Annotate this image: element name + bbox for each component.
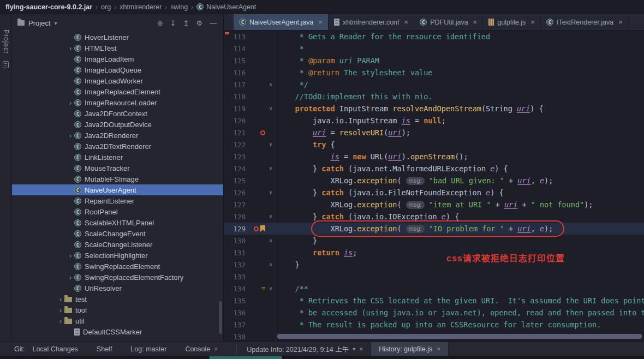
- line-number[interactable]: 131: [224, 249, 246, 257]
- code-line-116[interactable]: 116 * @return The stylesheet value: [224, 67, 644, 79]
- editor-tab-gulpfile-js[interactable]: gulpfile.js×: [483, 14, 541, 30]
- tree-item-repaintlistener[interactable]: CRepaintListener: [12, 195, 223, 206]
- gutter[interactable]: 131: [224, 247, 276, 259]
- code-line-128[interactable]: 128∨ } catch (java.io.IOException e) {: [224, 211, 644, 223]
- code-line-134[interactable]: 134≡∨ /**: [224, 283, 644, 295]
- fold-marker-icon[interactable]: ∨: [266, 142, 275, 147]
- code-line-115[interactable]: 115 * @param uri PARAM: [224, 55, 644, 67]
- code-line-130[interactable]: 130∧ }: [224, 235, 644, 247]
- code-text[interactable]: } catch (java.io.IOException e) {: [277, 211, 459, 223]
- tree-item-test[interactable]: ›test: [12, 294, 223, 304]
- code-text[interactable]: }: [277, 235, 317, 247]
- tree-item-java2dtextrenderer[interactable]: CJava2DTextRenderer: [12, 141, 223, 152]
- line-number[interactable]: 128: [224, 213, 246, 221]
- gutter[interactable]: 137: [224, 319, 276, 331]
- breakpoint-ring-icon[interactable]: [254, 226, 259, 231]
- fold-marker-icon[interactable]: ∧: [266, 82, 275, 87]
- fold-marker-icon[interactable]: ∨: [266, 166, 275, 171]
- line-number[interactable]: 129: [224, 225, 246, 233]
- code-line-133[interactable]: 133: [224, 271, 644, 283]
- code-line-118[interactable]: 118 //TOdO:implement this with nio.: [224, 91, 644, 103]
- code-text[interactable]: * @return The stylesheet value: [277, 67, 433, 79]
- tree-item-uriresolver[interactable]: CUriResolver: [12, 283, 223, 294]
- code-line-132[interactable]: 132∧ }: [224, 259, 644, 271]
- code-line-121[interactable]: 121 uri = resolveURI(uri);: [224, 127, 644, 139]
- line-number[interactable]: 136: [224, 309, 246, 317]
- gutter[interactable]: 138: [224, 331, 276, 342]
- tree-item-java2doutputdevice[interactable]: CJava2DOutputDevice: [12, 119, 223, 130]
- fold-marker-icon[interactable]: ∧: [266, 238, 275, 243]
- close-icon[interactable]: ×: [318, 18, 323, 26]
- line-number[interactable]: 118: [224, 93, 246, 101]
- line-number[interactable]: 117: [224, 81, 246, 89]
- close-icon[interactable]: ×: [473, 18, 478, 26]
- line-number[interactable]: 124: [224, 165, 246, 173]
- expand-arrow-icon[interactable]: ›: [67, 99, 74, 106]
- gutter[interactable]: 134≡∨: [224, 283, 276, 295]
- tree-item-rootpanel[interactable]: CRootPanel: [12, 206, 223, 217]
- gutter[interactable]: 133: [224, 271, 276, 283]
- code-line-136[interactable]: 136 * be accessed (using java.io or java…: [224, 307, 644, 319]
- breadcrumb-item-naiveuseragent[interactable]: CNaiveUserAgent: [196, 3, 256, 11]
- gutter[interactable]: 119∨: [224, 103, 276, 115]
- bookmark-icon[interactable]: [260, 225, 265, 232]
- code-text[interactable]: * Gets a Reader for the resource identif…: [277, 31, 490, 43]
- code-line-119[interactable]: 119∨ protected InputStream resolveAndOpe…: [224, 103, 644, 115]
- chevron-down-icon[interactable]: ▾: [54, 20, 57, 26]
- tree-item-swingreplacedelementfactory[interactable]: ›CSwingReplacedElementFactory: [12, 272, 223, 283]
- line-number[interactable]: 115: [224, 57, 246, 65]
- code-text[interactable]: /**: [277, 283, 308, 295]
- tool-stripe-icon[interactable]: [3, 61, 9, 68]
- breakpoint-ring-icon[interactable]: [260, 130, 265, 135]
- code-text[interactable]: uri = resolveURI(uri);: [277, 127, 410, 139]
- gutter[interactable]: 120: [224, 115, 276, 127]
- code-text[interactable]: * The result is packed up into an CSSRes…: [277, 319, 601, 331]
- tab-log-master[interactable]: Log: master: [130, 345, 166, 353]
- gutter[interactable]: 116: [224, 67, 276, 79]
- code-line-129[interactable]: 129 XRLog.exception( msg: "IO problem fo…: [224, 223, 644, 235]
- code-line-124[interactable]: 124∨ } catch (java.net.MalformedURLExcep…: [224, 163, 644, 175]
- code-line-131[interactable]: 131 return is;: [224, 247, 644, 259]
- code-line-127[interactable]: 127 XRLog.exception( msg: "item at URI "…: [224, 199, 644, 211]
- code-text[interactable]: java.io.InputStream is = null;: [277, 115, 446, 127]
- code-line-113[interactable]: 113 * Gets a Reader for the resource ide…: [224, 31, 644, 43]
- editor-tab-pdfutil-java[interactable]: CPDFUtil.java×: [414, 14, 483, 30]
- horizontal-scrollbar[interactable]: [277, 334, 642, 339]
- gutter[interactable]: 113: [224, 31, 276, 43]
- breadcrumb-item-xhtmlrenderer[interactable]: xhtmlrenderer: [120, 3, 162, 11]
- hide-panel-icon[interactable]: —: [210, 20, 217, 27]
- gutter[interactable]: 136: [224, 307, 276, 319]
- gutter[interactable]: 122∨: [224, 139, 276, 151]
- code-text[interactable]: */: [277, 79, 308, 91]
- editor-tab-itextrenderer-java[interactable]: CITextRenderer.java×: [541, 14, 629, 30]
- editor-code[interactable]: 113 * Gets a Reader for the resource ide…: [224, 31, 644, 342]
- breadcrumb-item-swing[interactable]: swing: [170, 3, 188, 11]
- code-line-137[interactable]: 137 * The result is packed up into an CS…: [224, 319, 644, 331]
- line-number[interactable]: 125: [224, 177, 246, 185]
- line-number[interactable]: 130: [224, 237, 246, 245]
- breadcrumb-item-flying-saucer-core-9-0-2-jar[interactable]: flying-saucer-core-9.0.2.jar: [5, 3, 92, 11]
- gutter[interactable]: 114: [224, 43, 276, 55]
- expand-arrow-icon[interactable]: ›: [67, 45, 74, 52]
- close-icon[interactable]: ×: [437, 345, 440, 353]
- line-number[interactable]: 132: [224, 261, 246, 269]
- fold-marker-icon[interactable]: ∨: [266, 214, 275, 219]
- editor-tab-xhtmlrenderer-conf[interactable]: xhtmlrenderer.conf×: [329, 14, 414, 30]
- fold-marker-icon[interactable]: ∨: [266, 286, 275, 291]
- tab-history-gulpfile[interactable]: History: gulpfile.js ×: [371, 342, 449, 356]
- code-line-123[interactable]: 123 is = new URL(uri).openStream();: [224, 151, 644, 163]
- expand-arrow-icon[interactable]: ›: [57, 318, 64, 325]
- code-text[interactable]: } catch (java.net.MalformedURLException …: [277, 163, 508, 175]
- tab-update-info[interactable]: Update Info: 2021/4/29, 9:14 上午 ▾ ×: [247, 344, 363, 354]
- code-text[interactable]: XRLog.exception( msg: "item at URI " + u…: [277, 199, 593, 211]
- code-text[interactable]: XRLog.exception( msg: "bad URL given: " …: [277, 175, 553, 187]
- fold-marker-icon[interactable]: ∧: [266, 262, 275, 267]
- code-text[interactable]: return is;: [277, 247, 357, 259]
- close-icon[interactable]: ×: [214, 345, 218, 353]
- tree-item-hoverlistener[interactable]: CHoverListener: [12, 32, 223, 43]
- gutter[interactable]: 124∨: [224, 163, 276, 175]
- tree-item-imageresourceloader[interactable]: ›CImageResourceLoader: [12, 97, 223, 108]
- gutter[interactable]: 126∨: [224, 187, 276, 199]
- gutter[interactable]: 129: [224, 223, 276, 235]
- gutter[interactable]: 130∧: [224, 235, 276, 247]
